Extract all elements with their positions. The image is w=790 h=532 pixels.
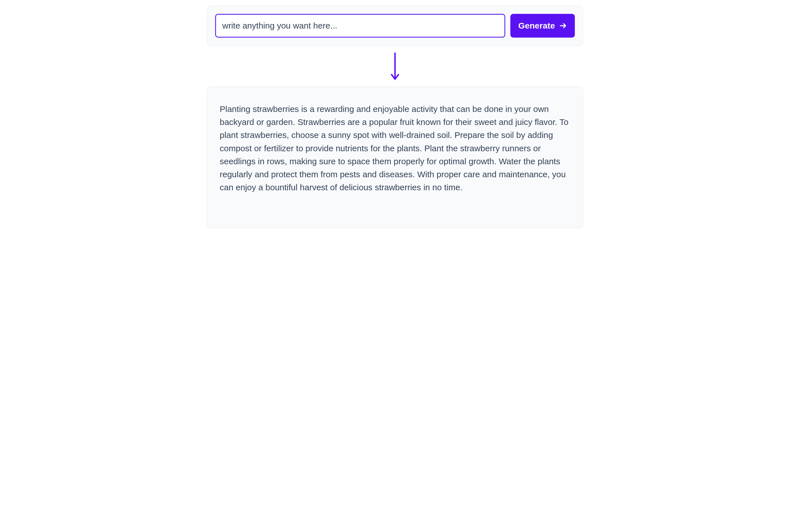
prompt-card: Generate bbox=[207, 6, 583, 46]
generate-button-label: Generate bbox=[518, 21, 555, 31]
prompt-row: Generate bbox=[215, 14, 575, 38]
arrow-down-icon bbox=[388, 52, 402, 82]
flow-arrow bbox=[207, 46, 583, 87]
generate-button[interactable]: Generate bbox=[510, 14, 575, 38]
output-text: Planting strawberries is a rewarding and… bbox=[220, 102, 570, 194]
output-card: Planting strawberries is a rewarding and… bbox=[207, 87, 583, 228]
prompt-input[interactable] bbox=[215, 14, 505, 38]
arrow-right-icon bbox=[559, 22, 567, 30]
